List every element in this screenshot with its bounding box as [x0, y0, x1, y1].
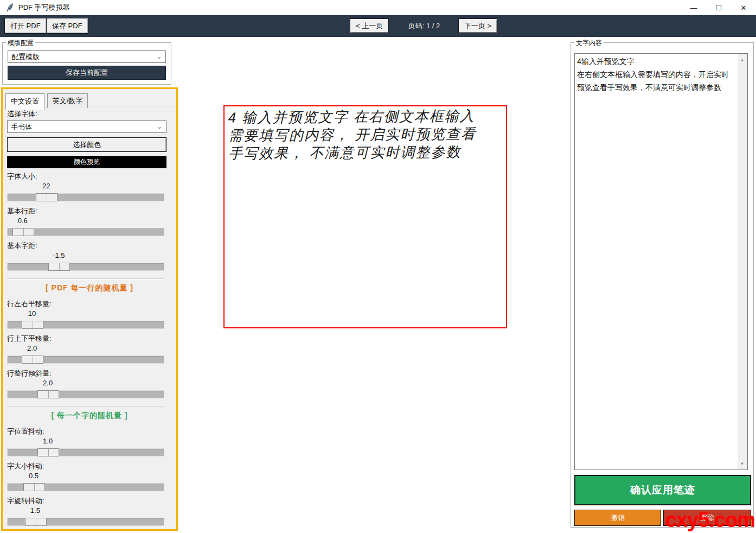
slider-track[interactable]	[7, 518, 164, 526]
font-combobox-value: 手书体	[11, 122, 32, 132]
slider-track[interactable]	[7, 356, 164, 364]
template-combobox-value: 配置模版	[11, 52, 40, 62]
chevron-down-icon: ⌄	[157, 123, 162, 130]
char-size-jitter-slider[interactable]: 0.5	[7, 471, 164, 491]
separator	[7, 406, 164, 407]
char-rotation-jitter-label: 字旋转抖动:	[7, 496, 172, 506]
slider-track[interactable]	[7, 193, 164, 201]
slider-track[interactable]	[7, 321, 164, 329]
section-pdf-line-random: [ PDF 每一行的随机量 ]	[7, 283, 172, 294]
line-spacing-slider[interactable]: 0.6	[7, 216, 164, 236]
char-position-jitter-value: 1.0	[43, 437, 53, 445]
slider-handle[interactable]	[12, 228, 34, 236]
line-spacing-value: 0.6	[18, 217, 28, 225]
line-vertical-shift-slider[interactable]: 2.0	[7, 344, 164, 364]
slider-handle[interactable]	[23, 483, 45, 491]
title-bar: PDF 手写模拟器 — ☐ ✕	[0, 0, 756, 15]
line-tilt-value: 2.0	[43, 379, 53, 387]
line-vertical-shift-value: 2.0	[27, 344, 37, 352]
settings-panel: 中文设置 英文/数字 选择字体: 手书体 ⌄ 选择颜色 颜色预览 字体大小: 2…	[1, 87, 178, 531]
char-spacing-slider[interactable]: -1.5	[7, 251, 164, 271]
slider-handle[interactable]	[22, 356, 43, 364]
prev-page-button[interactable]: < 上一页	[350, 18, 389, 33]
slider-track[interactable]	[7, 228, 164, 236]
line-tilt-label: 行整行倾斜量:	[7, 369, 172, 378]
separator	[7, 278, 164, 279]
textarea-scrollbar[interactable]: ▲ ▼	[738, 54, 747, 469]
pdf-preview-canvas[interactable]: 4 输入并预览文字 在右侧文本框输入需要填写的内容， 开启实时预览查看手写效果，…	[223, 105, 507, 328]
char-position-jitter-slider[interactable]: 1.0	[7, 436, 164, 456]
slider-track[interactable]	[7, 390, 164, 398]
font-size-slider[interactable]: 22	[7, 181, 164, 201]
line-horizontal-shift-label: 行左右平移量:	[7, 299, 172, 309]
font-select-label: 选择字体:	[7, 109, 172, 119]
text-content-textarea[interactable]: 4输入并预览文字 在右侧文本框输入需要填写的内容，开启实时预览查看手写效果，不满…	[574, 53, 748, 470]
char-position-jitter-label: 字位置抖动:	[7, 427, 172, 436]
text-content-label: 文字内容	[574, 39, 604, 48]
line-tilt-slider[interactable]: 2.0	[7, 378, 164, 398]
line-horizontal-shift-value: 10	[28, 309, 36, 318]
close-button[interactable]: ✕	[731, 0, 756, 15]
tab-chinese-settings[interactable]: 中文设置	[5, 93, 44, 110]
maximize-button[interactable]: ☐	[706, 0, 731, 15]
next-page-button[interactable]: 下一页 >	[458, 18, 497, 33]
char-spacing-label: 基本字距:	[7, 241, 172, 251]
section-per-char-random: [ 每一个字的随机量 ]	[7, 411, 172, 422]
slider-track[interactable]	[7, 263, 164, 271]
slider-handle[interactable]	[37, 448, 59, 456]
slider-handle[interactable]	[22, 321, 43, 329]
color-preview-swatch: 颜色预览	[7, 156, 166, 168]
font-size-label: 字体大小:	[7, 172, 172, 181]
watermark: cxy5.com	[665, 509, 755, 532]
scroll-up-icon[interactable]: ▲	[738, 55, 747, 64]
choose-color-button[interactable]: 选择颜色	[7, 137, 166, 152]
slider-handle[interactable]	[48, 263, 70, 271]
undo-button[interactable]: 撤销	[574, 510, 661, 526]
minimize-button[interactable]: —	[681, 0, 706, 15]
textarea-value: 4输入并预览文字 在右侧文本框输入需要填写的内容，开启实时预览查看手写效果，不满…	[577, 55, 735, 94]
settings-tabs: 中文设置 英文/数字	[3, 89, 176, 106]
char-size-jitter-value: 0.5	[29, 472, 39, 480]
chinese-settings-pane: 选择字体: 手书体 ⌄ 选择颜色 颜色预览 字体大小: 22 基本行距: 0.6…	[3, 106, 176, 526]
toolbar: 打开 PDF 保存 PDF < 上一页 页码: 1 / 2 下一页 >	[0, 15, 756, 37]
font-size-value: 22	[42, 182, 50, 190]
page-indicator: 页码: 1 / 2	[394, 18, 454, 33]
line-vertical-shift-label: 行上下平移量:	[7, 334, 172, 344]
char-rotation-jitter-slider[interactable]: 1.5	[7, 506, 164, 526]
line-spacing-label: 基本行距:	[7, 206, 172, 216]
tab-english-numbers[interactable]: 英文/数字	[47, 93, 88, 108]
save-config-button[interactable]: 保存当前配置	[8, 66, 166, 80]
char-spacing-value: -1.5	[53, 251, 65, 259]
slider-track[interactable]	[7, 483, 164, 491]
apply-handwriting-button[interactable]: 确认应用笔迹	[574, 475, 751, 505]
scroll-down-icon[interactable]: ▼	[738, 459, 747, 468]
text-content-group: 文字内容 4输入并预览文字 在右侧文本框输入需要填写的内容，开启实时预览查看手写…	[571, 42, 754, 528]
template-config-group: 模版配置 配置模版 ⌄ 保存当前配置	[2, 42, 171, 85]
app-feather-icon	[5, 3, 14, 12]
slider-handle[interactable]	[36, 193, 57, 201]
slider-handle[interactable]	[25, 518, 47, 526]
chevron-down-icon: ⌄	[157, 53, 162, 60]
window-title: PDF 手写模拟器	[18, 3, 70, 12]
save-pdf-button[interactable]: 保存 PDF	[46, 18, 88, 34]
handwriting-preview-text: 4 输入并预览文字 在右侧文本框输入需要填写的内容， 开启实时预览查看手写效果，…	[228, 107, 477, 162]
slider-track[interactable]	[7, 448, 164, 456]
char-size-jitter-label: 字大小抖动:	[7, 461, 172, 471]
char-rotation-jitter-value: 1.5	[30, 506, 40, 515]
open-pdf-button[interactable]: 打开 PDF	[4, 18, 47, 34]
template-combobox[interactable]: 配置模版 ⌄	[8, 50, 166, 63]
template-config-label: 模版配置	[6, 39, 35, 48]
line-horizontal-shift-slider[interactable]: 10	[7, 309, 164, 329]
slider-handle[interactable]	[37, 390, 59, 398]
font-combobox[interactable]: 手书体 ⌄	[7, 120, 166, 133]
